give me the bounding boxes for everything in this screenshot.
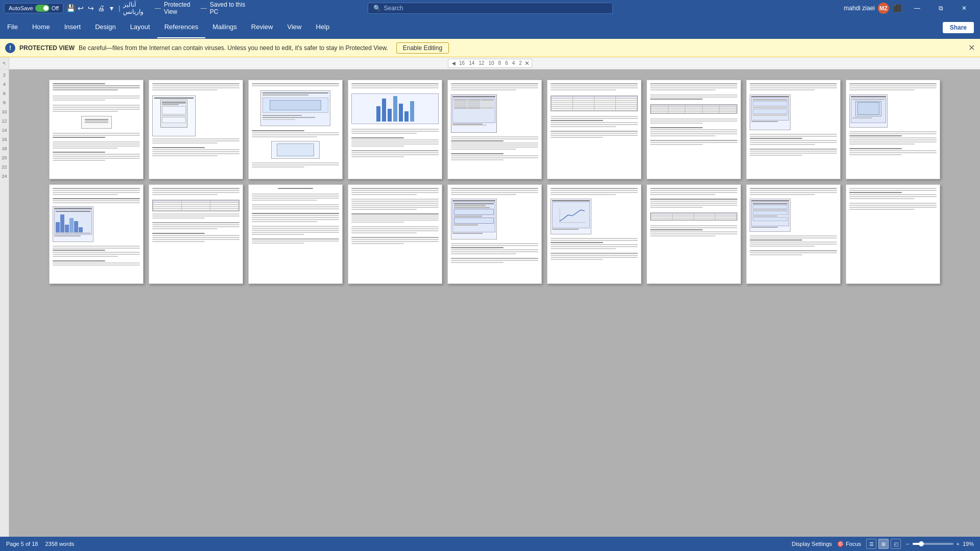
autosave-toggle[interactable] <box>35 5 50 12</box>
save-icon[interactable]: 💾 <box>66 4 75 12</box>
protected-message: Be careful—files from the Internet can c… <box>79 44 388 52</box>
page-thumbnail-17[interactable] <box>746 184 841 284</box>
page-thumbnail-10[interactable] <box>49 184 144 284</box>
customize-icon[interactable]: ▾ <box>107 4 115 12</box>
tab-file[interactable]: File <box>0 16 25 38</box>
page-thumbnail-4[interactable] <box>348 80 442 179</box>
ruler-corner: ↖ <box>0 57 9 69</box>
titlebar-left: AutoSave Off 💾 ↩ ↪ 🖨 ▾ | آنالیز واریانس … <box>4 1 247 15</box>
pages-row-1 <box>49 80 940 179</box>
page-thumbnail-12[interactable] <box>248 184 343 284</box>
page-thumbnail-16[interactable] <box>647 184 741 284</box>
enable-editing-button[interactable]: Enable Editing <box>396 42 449 54</box>
page-thumbnail-2[interactable] <box>149 80 243 179</box>
ruler-content: ◄ 16 14 12 10 8 6 4 2 ✕ <box>448 59 532 68</box>
print-icon[interactable]: 🖨 <box>97 4 105 12</box>
tab-mailings[interactable]: Mailings <box>205 16 244 38</box>
share-button[interactable]: Share <box>943 22 974 33</box>
document-view[interactable] <box>9 69 980 537</box>
user-name: mahdi ziaei <box>844 5 875 12</box>
page-thumbnail-5[interactable] <box>447 80 542 179</box>
status-bar: Page 5 of 18 2358 words Display Settings… <box>0 537 980 551</box>
view-buttons: ☰ ⊞ ◰ <box>866 539 901 549</box>
zoom-area: − + 19% <box>906 541 974 547</box>
ribbon-right: Share <box>943 16 980 38</box>
ruler-area: ↖ ◄ 16 14 12 10 8 6 4 2 ✕ <box>0 57 980 69</box>
page-thumbnail-11[interactable] <box>149 184 243 284</box>
autosave-button[interactable]: AutoSave Off <box>4 3 63 13</box>
autosave-label: AutoSave <box>9 5 33 11</box>
redo-icon[interactable]: ↪ <box>87 4 95 12</box>
protected-label: PROTECTED VIEW <box>19 44 75 52</box>
zoom-in-button[interactable]: + <box>957 541 960 547</box>
autosave-state: Off <box>52 5 59 11</box>
page-thumbnail-1[interactable] <box>49 80 144 179</box>
titlebar-right: mahdi ziaei MZ ⬛ — ⧉ ✕ <box>733 0 976 16</box>
vertical-ruler: 2 4 6 8 10 12 14 16 18 20 22 24 <box>0 69 9 537</box>
zoom-slider[interactable] <box>913 543 953 545</box>
pages-row-2 <box>49 184 940 284</box>
tab-references[interactable]: References <box>157 16 205 38</box>
view-mode: Protected View <box>164 1 198 15</box>
print-layout-button[interactable]: ☰ <box>866 539 876 549</box>
saved-state: Saved to this PC <box>210 1 247 15</box>
undo-icon[interactable]: ↩ <box>77 4 85 12</box>
page-thumbnail-15[interactable] <box>547 184 641 284</box>
minimize-button[interactable]: — <box>905 0 929 16</box>
focus-button[interactable]: 🎯 Focus <box>837 541 861 547</box>
page-thumbnail-6[interactable] <box>547 80 641 179</box>
filename: آنالیز واریانس <box>123 1 152 15</box>
page-info: Page 5 of 18 <box>6 541 38 547</box>
ribbon: File Home Insert Design Layout Reference… <box>0 16 980 39</box>
title-center: 🔍 <box>247 3 733 14</box>
quick-access-toolbar: 💾 ↩ ↪ 🖨 ▾ <box>66 4 115 12</box>
close-button[interactable]: ✕ <box>952 0 976 16</box>
tab-home[interactable]: Home <box>25 16 57 38</box>
tab-view[interactable]: View <box>280 16 308 38</box>
web-layout-button[interactable]: ◰ <box>891 539 901 549</box>
window-controls: — ⧉ ✕ <box>905 0 976 16</box>
status-left: Page 5 of 18 2358 words <box>6 541 74 547</box>
tab-design[interactable]: Design <box>88 16 123 38</box>
page-thumbnail-3[interactable] <box>248 80 343 179</box>
restore-button[interactable]: ⧉ <box>929 0 952 16</box>
title-bar: AutoSave Off 💾 ↩ ↪ 🖨 ▾ | آنالیز واریانس … <box>0 0 980 16</box>
protected-bar-close-icon[interactable]: ✕ <box>968 43 975 53</box>
tab-insert[interactable]: Insert <box>57 16 88 38</box>
ruler-bar: ◄ 16 14 12 10 8 6 4 2 ✕ <box>448 59 532 68</box>
user-avatar: MZ <box>878 3 889 14</box>
page-thumbnail-18[interactable] <box>846 184 940 284</box>
page-thumbnail-13[interactable] <box>348 184 442 284</box>
display-settings-button[interactable]: Display Settings <box>792 541 832 547</box>
tab-layout[interactable]: Layout <box>123 16 157 38</box>
tab-help[interactable]: Help <box>308 16 337 38</box>
search-input[interactable] <box>384 5 607 12</box>
page-thumbnail-14[interactable] <box>447 184 542 284</box>
protected-view-bar: ! PROTECTED VIEW Be careful—files from t… <box>0 39 980 57</box>
page-thumbnail-9[interactable] <box>846 80 940 179</box>
search-icon: 🔍 <box>373 5 381 12</box>
page-thumbnail-7[interactable] <box>647 80 741 179</box>
ruler-left-arrow[interactable]: ◄ <box>450 60 457 67</box>
search-box[interactable]: 🔍 <box>368 3 613 14</box>
page-thumbnail-8[interactable] <box>746 80 841 179</box>
word-count: 2358 words <box>45 541 74 547</box>
outline-view-button[interactable]: ⊞ <box>878 539 889 549</box>
ruler-right-arrow[interactable]: ✕ <box>524 60 530 67</box>
user-info: mahdi ziaei MZ <box>844 3 889 14</box>
ribbon-display-icon[interactable]: ⬛ <box>893 4 901 12</box>
tab-review[interactable]: Review <box>244 16 280 38</box>
status-right: Display Settings 🎯 Focus ☰ ⊞ ◰ − + 19% <box>792 539 974 549</box>
zoom-level: 19% <box>963 541 974 547</box>
zoom-out-button[interactable]: − <box>906 541 909 547</box>
shield-icon: ! <box>5 43 15 53</box>
main-area: 2 4 6 8 10 12 14 16 18 20 22 24 <box>0 69 980 537</box>
